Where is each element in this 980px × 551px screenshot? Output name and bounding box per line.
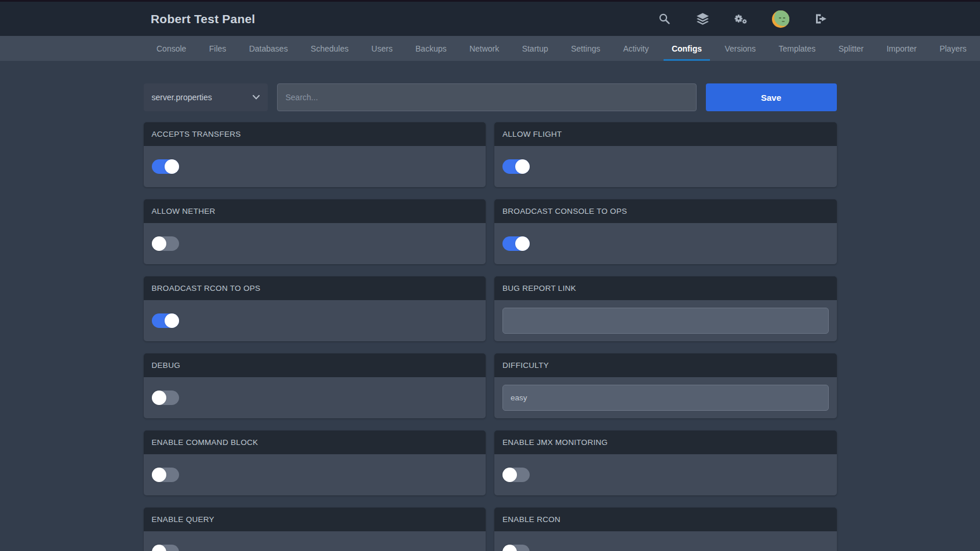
toggle-knob (165, 159, 179, 174)
config-label: DIFFICULTY (502, 361, 549, 370)
allow-nether-toggle[interactable] (152, 236, 179, 251)
config-card-debug: DEBUG (144, 353, 486, 418)
tab-backups[interactable]: Backups (416, 36, 447, 61)
layers-icon[interactable] (695, 12, 709, 26)
app-header: Robert Test Panel (0, 2, 980, 36)
toggle-knob (152, 391, 166, 405)
gears-icon[interactable] (734, 12, 748, 26)
tab-network[interactable]: Network (469, 36, 499, 61)
enable-command-block-toggle[interactable] (152, 468, 179, 482)
tab-files[interactable]: Files (209, 36, 227, 61)
tab-activity[interactable]: Activity (623, 36, 649, 61)
toggle-knob (152, 545, 166, 551)
tab-settings[interactable]: Settings (571, 36, 600, 61)
tab-versions[interactable]: Versions (724, 36, 756, 61)
config-card-body (144, 454, 486, 495)
chevron-down-icon (253, 95, 260, 100)
config-card-body (144, 531, 486, 551)
config-toolbar: server.properties Save (144, 83, 837, 111)
config-label: BUG REPORT LINK (502, 284, 576, 293)
config-card-header: BUG REPORT LINK (494, 276, 837, 300)
toggle-knob (152, 236, 166, 251)
config-card-body (144, 377, 486, 418)
config-card-body (494, 146, 837, 187)
config-label: ACCEPTS TRANSFERS (152, 130, 241, 138)
config-card-header: ACCEPTS TRANSFERS (144, 122, 486, 146)
main-nav: ConsoleFilesDatabasesSchedulesUsersBacku… (0, 36, 980, 61)
config-card-header: ALLOW NETHER (144, 199, 486, 223)
tab-templates[interactable]: Templates (778, 36, 815, 61)
config-card-broadcast-console-to-ops: BROADCAST CONSOLE TO OPS (494, 199, 837, 264)
toggle-knob (515, 236, 530, 251)
config-label: BROADCAST CONSOLE TO OPS (502, 207, 627, 216)
header-icon-bar (657, 2, 828, 36)
config-card-allow-flight: ALLOW FLIGHT (494, 122, 837, 187)
config-label: BROADCAST RCON TO OPS (152, 284, 261, 293)
toggle-knob (152, 468, 166, 482)
difficulty-input[interactable] (502, 385, 829, 411)
config-card-header: ENABLE JMX MONITORING (494, 430, 837, 454)
config-card-enable-query: ENABLE QUERY (144, 508, 486, 551)
broadcast-rcon-to-ops-toggle[interactable] (152, 313, 179, 328)
config-label: ENABLE RCON (502, 515, 560, 524)
tab-splitter[interactable]: Splitter (839, 36, 864, 61)
config-grid: ACCEPTS TRANSFERSALLOW FLIGHTALLOW NETHE… (144, 122, 837, 551)
config-card-accepts-transfers: ACCEPTS TRANSFERS (144, 122, 486, 187)
config-label: ALLOW NETHER (152, 207, 216, 216)
config-card-header: ENABLE RCON (494, 508, 837, 531)
config-card-body (494, 454, 837, 495)
config-label: ENABLE JMX MONITORING (502, 438, 608, 447)
tab-startup[interactable]: Startup (522, 36, 548, 61)
config-card-enable-jmx-monitoring: ENABLE JMX MONITORING (494, 430, 837, 495)
config-card-body (494, 377, 837, 418)
config-card-enable-command-block: ENABLE COMMAND BLOCK (144, 430, 486, 495)
broadcast-console-to-ops-toggle[interactable] (502, 236, 530, 251)
toggle-knob (502, 545, 517, 551)
enable-jmx-monitoring-toggle[interactable] (502, 468, 530, 482)
config-label: ENABLE COMMAND BLOCK (152, 438, 258, 447)
config-card-header: BROADCAST CONSOLE TO OPS (494, 199, 837, 223)
config-card-body (494, 300, 837, 341)
content: server.properties Save ACCEPTS TRANSFERS… (144, 83, 837, 551)
accepts-transfers-toggle[interactable] (152, 159, 179, 174)
tab-importer[interactable]: Importer (887, 36, 917, 61)
config-card-header: ENABLE QUERY (144, 508, 486, 531)
config-card-header: DEBUG (144, 353, 486, 377)
tab-databases[interactable]: Databases (249, 36, 288, 61)
bug-report-link-input[interactable] (502, 308, 829, 334)
logout-icon[interactable] (814, 12, 828, 26)
config-label: ENABLE QUERY (152, 515, 214, 524)
enable-rcon-toggle[interactable] (502, 545, 530, 551)
tab-console[interactable]: Console (156, 36, 186, 61)
tab-schedules[interactable]: Schedules (311, 36, 348, 61)
save-button[interactable]: Save (706, 83, 837, 111)
config-card-header: BROADCAST RCON TO OPS (144, 276, 486, 300)
config-card-broadcast-rcon-to-ops: BROADCAST RCON TO OPS (144, 276, 486, 341)
enable-query-toggle[interactable] (152, 545, 179, 551)
config-label: ALLOW FLIGHT (502, 130, 562, 138)
tab-players[interactable]: Players (939, 36, 967, 61)
config-card-body (144, 146, 486, 187)
config-card-header: ALLOW FLIGHT (494, 122, 837, 146)
avatar-mouth (782, 21, 785, 22)
config-card-header: DIFFICULTY (494, 353, 837, 377)
config-label: DEBUG (152, 361, 181, 370)
config-card-body (494, 531, 837, 551)
config-card-body (144, 223, 486, 264)
allow-flight-toggle[interactable] (502, 159, 530, 174)
tab-configs[interactable]: Configs (672, 36, 702, 61)
search-input[interactable] (277, 83, 697, 111)
page-title: Robert Test Panel (151, 12, 255, 26)
tab-users[interactable]: Users (371, 36, 393, 61)
avatar[interactable] (772, 10, 789, 28)
config-card-body (494, 223, 837, 264)
toggle-knob (502, 468, 517, 482)
debug-toggle[interactable] (152, 391, 179, 405)
config-card-allow-nether: ALLOW NETHER (144, 199, 486, 264)
toggle-knob (165, 313, 179, 328)
config-file-select-value: server.properties (152, 93, 212, 102)
config-file-select[interactable]: server.properties (144, 83, 268, 111)
search-icon[interactable] (657, 12, 671, 26)
avatar-eyes (779, 17, 781, 19)
avatar-face (774, 10, 789, 26)
